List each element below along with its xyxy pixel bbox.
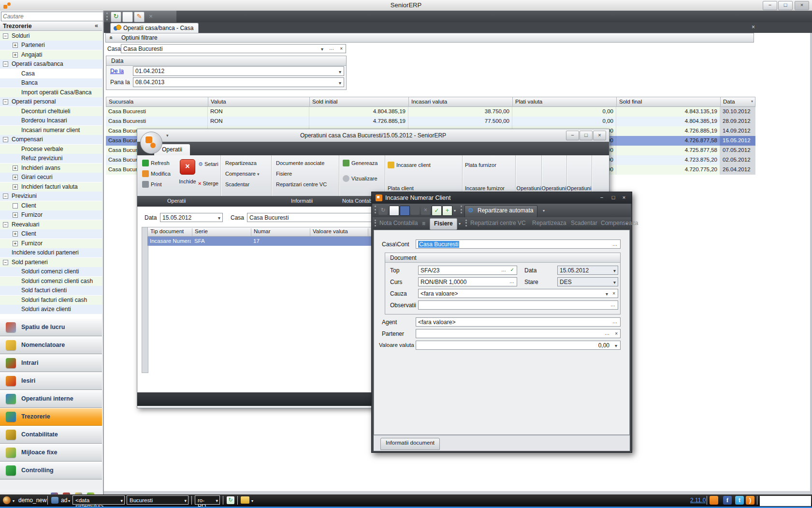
expander-icon[interactable]: + xyxy=(13,241,18,246)
user-name[interactable]: ad xyxy=(61,497,67,504)
tree-item-girari-cecuri[interactable]: +Girari cecuri xyxy=(0,173,102,182)
table-row[interactable]: Casa BucurestiRON4.726.885,1977.500,000,… xyxy=(106,117,755,126)
edit-button[interactable]: ✎ xyxy=(134,12,145,22)
repartizari-centre-toggle-disabled[interactable]: Repartizari centre VC xyxy=(470,220,526,226)
date-from-combo[interactable]: 01.04.2012 ▾ xyxy=(133,66,344,76)
checklist-icon[interactable]: ✓ xyxy=(432,206,442,216)
expander-icon[interactable]: + xyxy=(13,231,18,237)
observatii-field[interactable]: … xyxy=(418,300,618,310)
col-incasari[interactable]: Incasari valuta xyxy=(409,97,513,107)
scadentar-ribbon-button[interactable]: Scadentar xyxy=(225,179,249,189)
tree-item-deconturi[interactable]: Deconturi cheltuieli xyxy=(0,107,102,116)
tree-item-inchidere-solduri[interactable]: Inchidere solduri parteneri xyxy=(0,248,102,257)
ellipsis-button[interactable]: … xyxy=(329,45,334,51)
module-nomenclatoare[interactable]: Nomenclatoare xyxy=(0,336,102,354)
window-maximize-button[interactable]: □ xyxy=(778,1,793,10)
data-field[interactable]: 15.05.2012 ▾ xyxy=(557,266,618,275)
module-mijloace-fixe[interactable]: Mijloace fixe xyxy=(0,444,102,462)
collapse-panel-icon[interactable]: « xyxy=(95,22,98,29)
expander-icon[interactable]: − xyxy=(3,137,8,142)
tree-item-banca[interactable]: Banca xyxy=(0,78,102,88)
col-sold-final[interactable]: Sold final xyxy=(617,97,721,107)
language-combo[interactable]: ro-RO▾ xyxy=(195,495,220,505)
compensare-ribbon-button[interactable]: Compensare ▾ xyxy=(225,169,260,179)
expander-icon[interactable] xyxy=(13,203,18,209)
chevron-down-icon[interactable]: ▾ xyxy=(339,80,341,86)
save-icon[interactable] xyxy=(400,206,410,216)
tree-item-previziuni-client[interactable]: Client xyxy=(0,201,102,210)
seniorerp-logo-icon[interactable] xyxy=(710,496,718,505)
tree-item-reevaluari-furnizor[interactable]: +Furnizor xyxy=(0,239,102,248)
col-sold-initial[interactable]: Sold initial xyxy=(310,97,409,107)
repartizeaza-toggle-disabled[interactable]: Repartizeaza xyxy=(532,220,566,226)
date-to-combo[interactable]: 08.04.2013 ▾ xyxy=(133,77,344,87)
ellipsis-button[interactable]: … xyxy=(509,279,514,284)
tree-item-borderou[interactable]: Borderou Incasari xyxy=(0,116,102,125)
scadentar-toggle-disabled[interactable]: Scadentar xyxy=(571,220,597,226)
quick-access-chevron-icon[interactable]: ▾ xyxy=(166,133,169,138)
tree-item-compensari[interactable]: −Compensari xyxy=(0,135,102,144)
partener-field[interactable]: … × xyxy=(416,329,621,338)
casa-filter-combo[interactable]: Casa Bucuresti ▾ … × xyxy=(121,44,346,53)
refresh-button[interactable]: ↻ xyxy=(111,12,121,22)
tree-item-reevaluari[interactable]: −Reevaluari xyxy=(0,220,102,229)
grid-col-valoare[interactable]: Valoare valuta xyxy=(310,228,368,236)
chevron-down-icon[interactable]: ▾ xyxy=(251,499,253,503)
plata-furnizor-ribbon-button[interactable]: Plata furnizor xyxy=(465,160,496,170)
filter-options-bar[interactable]: « Optiuni filtrare xyxy=(105,33,754,43)
expander-icon[interactable]: + xyxy=(13,165,18,171)
dialog2-minimize-button[interactable]: − xyxy=(597,194,607,201)
module-iesiri[interactable]: Iesiri xyxy=(0,372,102,390)
tree-item-casa-selected[interactable]: Casa xyxy=(0,69,102,78)
dialog2-titlebar[interactable]: Incasare Numerar Client − □ × xyxy=(372,192,632,204)
casa-combo[interactable]: Casa Bucuresti xyxy=(247,213,392,222)
expander-icon[interactable]: + xyxy=(13,43,18,48)
ellipsis-button[interactable]: … xyxy=(612,319,617,324)
module-intrari[interactable]: Intrari xyxy=(0,354,102,372)
vizualizare-ribbon-button[interactable]: Vizualizare xyxy=(343,174,377,183)
modifica-ribbon-button[interactable]: Modifica xyxy=(142,169,171,179)
refresh-icon-disabled[interactable]: ↻ xyxy=(378,206,388,215)
module-contabilitate[interactable]: Contabilitate xyxy=(0,426,102,444)
chevron-down-icon[interactable]: ▾ xyxy=(321,46,323,52)
tab-informatii-document[interactable]: Informatii document xyxy=(380,438,440,450)
refresh-ribbon-button[interactable]: Refresh xyxy=(142,158,170,168)
system-date-combo[interactable]: <data sistemului>▾ xyxy=(72,495,125,505)
expander-icon[interactable]: − xyxy=(3,99,8,105)
dialog1-minimize-button[interactable]: − xyxy=(566,131,579,140)
expander-icon[interactable]: − xyxy=(3,33,8,39)
col-plati[interactable]: Plati valuta xyxy=(513,97,617,107)
top-field[interactable]: SFA/23 … ✓ xyxy=(418,266,517,275)
tree-item-sold-facturi[interactable]: Sold facturi clienti xyxy=(0,286,102,295)
toolbar-grip[interactable] xyxy=(375,220,377,226)
palette-icon[interactable] xyxy=(3,496,11,504)
setari-ribbon-button[interactable]: ⚙ Setari xyxy=(198,159,218,169)
tree-item-operatii-personal[interactable]: −Operatii personal xyxy=(0,97,102,106)
grid-col-numar[interactable]: Numar xyxy=(251,228,310,236)
dialog2-maximize-button[interactable]: □ xyxy=(609,194,618,201)
expander-icon[interactable]: + xyxy=(13,52,18,58)
chevron-down-icon[interactable]: ▾ xyxy=(613,268,616,273)
ellipsis-button[interactable]: … xyxy=(605,330,609,336)
tree-item-inchideri-facturi[interactable]: +Inchideri facturi valuta xyxy=(0,182,102,192)
facebook-icon[interactable]: f xyxy=(723,496,732,505)
incasare-client-ribbon-button[interactable]: Incasare client xyxy=(388,160,431,170)
tree-item-solduri-comenzi[interactable]: Solduri comenzi clienti xyxy=(0,267,102,276)
curs-field[interactable]: RON/BNR 1,0000 … xyxy=(418,277,517,286)
ellipsis-button[interactable]: … xyxy=(501,267,506,272)
expander-icon[interactable]: − xyxy=(3,260,8,265)
status-search-input[interactable] xyxy=(760,496,811,506)
tab-close-icon[interactable]: × xyxy=(752,24,755,30)
tree-item-inchideri-avans[interactable]: +Inchideri avans xyxy=(0,164,102,173)
dialog1-app-orb-icon[interactable] xyxy=(140,132,162,154)
repartizari-centre-ribbon-button[interactable]: Repartizari centre VC xyxy=(276,179,327,189)
window-close-button[interactable]: × xyxy=(795,1,809,10)
tree-item-reevaluari-client[interactable]: +Client xyxy=(0,229,102,239)
tree-item-previziuni[interactable]: −Previziuni xyxy=(0,192,102,201)
chevron-down-icon[interactable]: ▾ xyxy=(606,291,608,297)
toolbar-overflow-icon[interactable]: ▾ xyxy=(459,222,461,226)
repartizare-automata-button[interactable]: ⚙ Repartizare automata xyxy=(464,205,537,218)
toolbar-overflow-icon[interactable]: ▾ xyxy=(454,209,456,213)
tree-item-previziuni-furnizor[interactable]: +Furnizor xyxy=(0,210,102,220)
de-la-link[interactable]: De la xyxy=(110,68,124,75)
